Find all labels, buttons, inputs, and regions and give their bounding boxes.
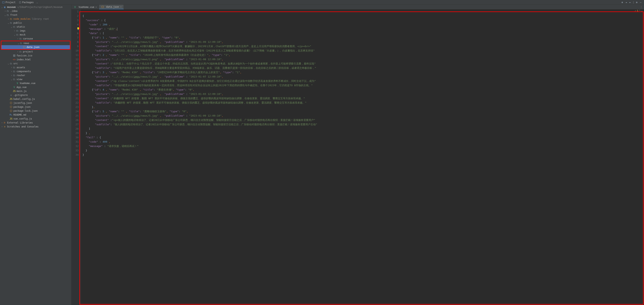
- json-file-icon: {}: [10, 101, 13, 105]
- packages-label: Packages: [22, 1, 34, 4]
- tree-idea[interactable]: › 🗀 .idea: [0, 9, 71, 13]
- gear-icon[interactable]: ⚙: [635, 1, 638, 4]
- library-icon: ⊪: [3, 121, 6, 124]
- folder-icon: 🗀: [10, 62, 13, 65]
- tree-mock[interactable]: ⌄ 🗀 mock: [0, 33, 71, 37]
- chevron-down-icon: ⌄: [10, 78, 13, 81]
- folder-icon: 🗀: [13, 70, 16, 73]
- json-file-icon: {}: [101, 5, 104, 8]
- tree-root[interactable]: ⌄ ▣ museum ~/IdeaProjects/springboot/mus…: [0, 5, 71, 9]
- chevron-icon: ⌄: [641, 9, 642, 12]
- json-file-icon: {}: [10, 109, 13, 112]
- tree-babel[interactable]: JS babel.config.js: [0, 97, 71, 101]
- line-gutter: 1234567891011121314151617181920212223242…: [72, 9, 81, 305]
- chevron-down-icon: ⌄: [14, 33, 16, 36]
- packages-tab[interactable]: Packages: [18, 0, 35, 4]
- chevron-right-icon: ›: [14, 29, 16, 32]
- tree-project-folder[interactable]: › 🗀 project: [0, 50, 71, 54]
- tree-gitignore[interactable]: ◇ .gitignore: [0, 93, 71, 97]
- tree-main-js[interactable]: JS main.js: [0, 89, 71, 93]
- chevron-down-icon[interactable]: ⌄: [36, 1, 38, 4]
- tree-package-json[interactable]: {} package.json: [0, 105, 71, 109]
- chevron-down-icon: ⌄: [7, 62, 10, 65]
- js-file-icon: JS: [13, 90, 16, 93]
- tree-assets[interactable]: › 🗀 assets: [0, 65, 71, 69]
- chevron-down-icon: ⌄: [7, 21, 10, 24]
- chevron-right-icon: ›: [4, 10, 6, 12]
- editor-area: V VueHome.vue × {} data.json × ⋮ 1234567…: [72, 5, 644, 305]
- project-label: Project: [6, 1, 16, 4]
- code-editor[interactable]: 1234567891011121314151617181920212223242…: [72, 9, 644, 305]
- tree-index-html[interactable]: <> index.html: [0, 58, 71, 61]
- tree-vue-config[interactable]: JS vue.config.js: [0, 117, 71, 121]
- folder-icon: 🗀: [13, 78, 16, 81]
- tree-favicon[interactable]: 🖼 favicon.ico: [0, 54, 71, 58]
- tree-carouse[interactable]: › 🗀 carouse: [0, 37, 71, 41]
- folder-icon: 🗀: [13, 74, 16, 77]
- json-file-icon: {}: [10, 105, 13, 108]
- chevron-icon: ^: [639, 9, 640, 12]
- tree-node-modules[interactable]: › 🗀 node_modules library root: [0, 17, 71, 21]
- tree-readme[interactable]: M↓ README.md: [0, 113, 71, 117]
- tree-front[interactable]: ⌄ 🗀 front: [0, 13, 71, 17]
- json-file-icon: {}: [23, 45, 26, 49]
- tree-external-libraries[interactable]: › ⊪ External Libraries: [0, 121, 71, 125]
- tree-app-vue[interactable]: V App.vue: [0, 85, 71, 89]
- chevron-down-icon: ⌄: [10, 25, 13, 28]
- hide-icon[interactable]: —: [639, 1, 642, 4]
- chevron-down-icon: ⌄: [4, 13, 6, 16]
- chevron-right-icon: ›: [1, 125, 3, 128]
- tree-news[interactable]: ⌄ 🗀 news: [2, 41, 70, 45]
- bulb-icon[interactable]: 💡: [76, 27, 80, 30]
- folder-icon: 🗀: [16, 29, 19, 32]
- tree-imgs[interactable]: › 🗀 imgs: [0, 29, 71, 33]
- tree-data-json[interactable]: {} data.json: [2, 45, 70, 49]
- tree-vuehome[interactable]: V VueHome.vue: [0, 81, 71, 85]
- chevron-right-icon: ›: [16, 37, 19, 40]
- tree-static[interactable]: ⌄ 🗀 static: [0, 25, 71, 29]
- tree-scratches[interactable]: › ⊙ Scratches and Consoles: [0, 125, 71, 129]
- image-file-icon: 🖼: [13, 54, 16, 57]
- folder-icon: 🗀: [6, 13, 10, 16]
- tree-jsconfig[interactable]: {} jsconfig.json: [0, 101, 71, 105]
- tree-router[interactable]: › 🗀 router: [0, 73, 71, 77]
- html-file-icon: <>: [13, 58, 16, 61]
- folder-icon: 🗀: [20, 42, 23, 45]
- chevron-down-icon: ⌄: [1, 6, 3, 8]
- collapse-icon[interactable]: ⇤: [629, 1, 632, 4]
- tab-data-json[interactable]: {} data.json ×: [99, 5, 124, 9]
- project-tab[interactable]: Project: [1, 0, 17, 4]
- module-icon: ▣: [3, 5, 6, 9]
- svg-rect-0: [2, 1, 4, 3]
- svg-rect-1: [19, 1, 21, 3]
- editor-tabs: V VueHome.vue × {} data.json × ⋮: [72, 5, 644, 9]
- file-icon: ◇: [10, 93, 13, 97]
- more-icon[interactable]: ⋮: [640, 6, 642, 8]
- expand-icon[interactable]: ⇥: [625, 1, 628, 4]
- chevron-right-icon: ›: [10, 74, 13, 77]
- code-content: { "success" : { "code" : 200 , "message"…: [81, 9, 644, 157]
- tab-vuehome[interactable]: V VueHome.vue ×: [72, 5, 99, 9]
- tree-components[interactable]: › 🗀 components: [0, 69, 71, 73]
- tree-public[interactable]: ⌄ 🗀 public: [0, 21, 71, 25]
- markdown-file-icon: M↓: [10, 113, 13, 116]
- tree-src[interactable]: ⌄ 🗀 src: [0, 61, 71, 65]
- problems-indicator[interactable]: ✔ 5 ^ ⌄: [635, 9, 642, 12]
- chevron-right-icon: ›: [10, 70, 13, 73]
- scratches-icon: ⊙: [3, 125, 6, 128]
- check-icon: ✔: [635, 9, 636, 12]
- close-icon[interactable]: ×: [120, 5, 122, 8]
- folder-icon: 🗀: [6, 9, 10, 13]
- chevron-down-icon: ⌄: [17, 42, 20, 44]
- close-icon[interactable]: ×: [95, 6, 97, 8]
- tree-view[interactable]: ⌄ 🗀 view: [0, 77, 71, 81]
- folder-icon: 🗀: [16, 33, 19, 36]
- target-icon[interactable]: ⊕: [621, 1, 624, 4]
- main-area: ⌄ ▣ museum ~/IdeaProjects/springboot/mus…: [0, 5, 644, 305]
- top-toolbar: Project Packages ⌄ ⊕ ⇥ ⇤ | ⚙ —: [0, 0, 644, 5]
- project-tree: ⌄ ▣ museum ~/IdeaProjects/springboot/mus…: [0, 5, 72, 305]
- folder-icon: 🗀: [19, 37, 22, 40]
- tree-package-lock[interactable]: {} package-lock.json: [0, 109, 71, 113]
- vue-file-icon: V: [16, 82, 19, 85]
- folder-icon: 🗀: [13, 66, 16, 69]
